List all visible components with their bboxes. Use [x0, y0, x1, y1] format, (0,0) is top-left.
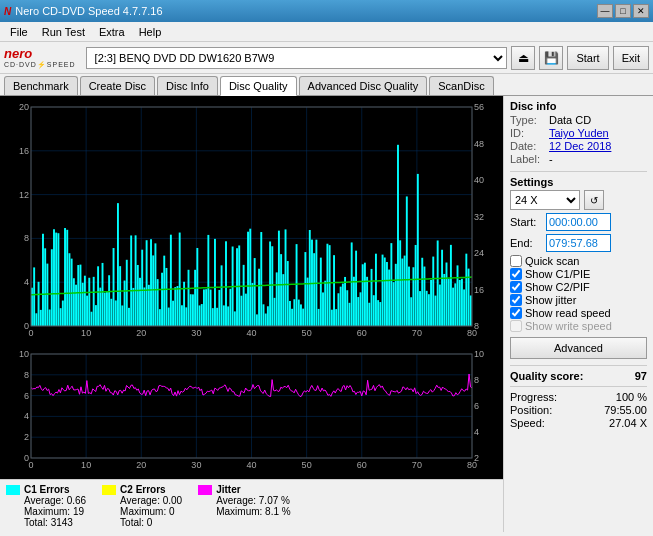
progress-section: Progress: 100 % Position: 79:55.00 Speed… [510, 391, 647, 429]
settings-title: Settings [510, 176, 647, 188]
legend-jitter-label: Jitter [216, 484, 290, 495]
tab-bar: Benchmark Create Disc Disc Info Disc Qua… [0, 74, 653, 96]
position-row: Position: 79:55.00 [510, 404, 647, 416]
menu-run-test[interactable]: Run Test [36, 24, 91, 40]
legend-jitter-max: Maximum: 8.1 % [216, 506, 290, 517]
quick-scan-label: Quick scan [525, 255, 579, 267]
info-date-label: Date: [510, 140, 545, 152]
speed-refresh-icon[interactable]: ↺ [584, 190, 604, 210]
app-logo: N [4, 6, 11, 17]
tab-disc-info[interactable]: Disc Info [157, 76, 218, 95]
legend-c2-stats: C2 Errors Average: 0.00 Maximum: 0 Total… [120, 484, 182, 528]
legend-jitter-avg: Average: 7.07 % [216, 495, 290, 506]
position-label: Position: [510, 404, 552, 416]
end-time-row: End: 079:57.68 [510, 234, 647, 252]
legend-c2: C2 Errors Average: 0.00 Maximum: 0 Total… [102, 484, 182, 528]
end-label: End: [510, 237, 542, 249]
info-id-label: ID: [510, 127, 545, 139]
info-type-label: Type: [510, 114, 545, 126]
progress-row: Progress: 100 % [510, 391, 647, 403]
quality-score-value: 97 [635, 370, 647, 382]
nero-brand: nero [4, 46, 32, 61]
speed-row: Speed: 27.04 X [510, 417, 647, 429]
divider3 [510, 386, 647, 387]
info-id-row: ID: Taiyo Yuden [510, 127, 647, 139]
tab-advanced-disc-quality[interactable]: Advanced Disc Quality [299, 76, 428, 95]
speed-value: 27.04 X [609, 417, 647, 429]
save-icon-btn[interactable]: 💾 [539, 46, 563, 70]
maximize-button[interactable]: □ [615, 4, 631, 18]
show-jitter-checkbox[interactable] [510, 294, 522, 306]
legend-c2-avg: Average: 0.00 [120, 495, 182, 506]
progress-value: 100 % [616, 391, 647, 403]
tab-scan-disc[interactable]: ScanDisc [429, 76, 493, 95]
show-c1-pie-checkbox[interactable] [510, 268, 522, 280]
legend-c1-total: Total: 3143 [24, 517, 86, 528]
show-c1-pie-label: Show C1/PIE [525, 268, 590, 280]
menu-file[interactable]: File [4, 24, 34, 40]
tab-benchmark[interactable]: Benchmark [4, 76, 78, 95]
divider2 [510, 365, 647, 366]
close-button[interactable]: ✕ [633, 4, 649, 18]
legend-c1-color [6, 485, 20, 495]
nero-logo: nero CD·DVD⚡SPEED [4, 46, 76, 69]
show-read-speed-checkbox[interactable] [510, 307, 522, 319]
menu-extra[interactable]: Extra [93, 24, 131, 40]
show-jitter-label: Show jitter [525, 294, 576, 306]
eject-icon-btn[interactable]: ⏏ [511, 46, 535, 70]
drive-select[interactable]: [2:3] BENQ DVD DD DW1620 B7W9 [86, 47, 508, 69]
legend-c2-total: Total: 0 [120, 517, 182, 528]
start-time-row: Start: 000:00.00 [510, 213, 647, 231]
info-date-row: Date: 12 Dec 2018 [510, 140, 647, 152]
show-c2-pif-checkbox[interactable] [510, 281, 522, 293]
legend-c1-stats: C1 Errors Average: 0.66 Maximum: 19 Tota… [24, 484, 86, 528]
chart2-container [3, 346, 500, 476]
cb-read-speed: Show read speed [510, 307, 647, 319]
end-time-input[interactable]: 079:57.68 [546, 234, 611, 252]
cb-quick-scan: Quick scan [510, 255, 647, 267]
legend-c2-color [102, 485, 116, 495]
nero-product: CD·DVD⚡SPEED [4, 61, 76, 69]
title-bar: N Nero CD-DVD Speed 4.7.7.16 — □ ✕ [0, 0, 653, 22]
cb-write-speed: Show write speed [510, 320, 647, 332]
show-write-speed-checkbox[interactable] [510, 320, 522, 332]
cb-c1-pie: Show C1/PIE [510, 268, 647, 280]
legend-c1-label: C1 Errors [24, 484, 86, 495]
menu-help[interactable]: Help [133, 24, 168, 40]
advanced-button[interactable]: Advanced [510, 337, 647, 359]
quality-score-row: Quality score: 97 [510, 370, 647, 382]
start-time-input[interactable]: 000:00.00 [546, 213, 611, 231]
cb-c2-pif: Show C2/PIF [510, 281, 647, 293]
legend-jitter-color [198, 485, 212, 495]
info-label-label: Label: [510, 153, 545, 165]
legend-c1-avg: Average: 0.66 [24, 495, 86, 506]
legend-jitter-stats: Jitter Average: 7.07 % Maximum: 8.1 % [216, 484, 290, 517]
legend-area: C1 Errors Average: 0.66 Maximum: 19 Tota… [0, 479, 503, 532]
info-type-row: Type: Data CD [510, 114, 647, 126]
cb-jitter: Show jitter [510, 294, 647, 306]
minimize-button[interactable]: — [597, 4, 613, 18]
settings-section: Settings 24 X Maximum 48 X 40 X 32 X 16 … [510, 176, 647, 359]
show-write-speed-label: Show write speed [525, 320, 612, 332]
info-id-value[interactable]: Taiyo Yuden [549, 127, 609, 139]
position-value: 79:55.00 [604, 404, 647, 416]
chart1-container [3, 99, 500, 344]
chart2-canvas [3, 346, 500, 476]
chart-area: C1 Errors Average: 0.66 Maximum: 19 Tota… [0, 96, 503, 532]
quality-score-label: Quality score: [510, 370, 583, 382]
start-button[interactable]: Start [567, 46, 608, 70]
legend-c2-max: Maximum: 0 [120, 506, 182, 517]
info-label-value: - [549, 153, 553, 165]
tab-create-disc[interactable]: Create Disc [80, 76, 155, 95]
speed-row: 24 X Maximum 48 X 40 X 32 X 16 X 8 X ↺ [510, 190, 647, 210]
divider1 [510, 171, 647, 172]
quick-scan-checkbox[interactable] [510, 255, 522, 267]
title-bar-left: N Nero CD-DVD Speed 4.7.7.16 [4, 5, 163, 17]
legend-c1-max: Maximum: 19 [24, 506, 86, 517]
tab-disc-quality[interactable]: Disc Quality [220, 76, 297, 96]
info-date-value[interactable]: 12 Dec 2018 [549, 140, 611, 152]
disc-info-title: Disc info [510, 100, 647, 112]
speed-select[interactable]: 24 X Maximum 48 X 40 X 32 X 16 X 8 X [510, 190, 580, 210]
exit-button[interactable]: Exit [613, 46, 649, 70]
toolbar: nero CD·DVD⚡SPEED [2:3] BENQ DVD DD DW16… [0, 42, 653, 74]
